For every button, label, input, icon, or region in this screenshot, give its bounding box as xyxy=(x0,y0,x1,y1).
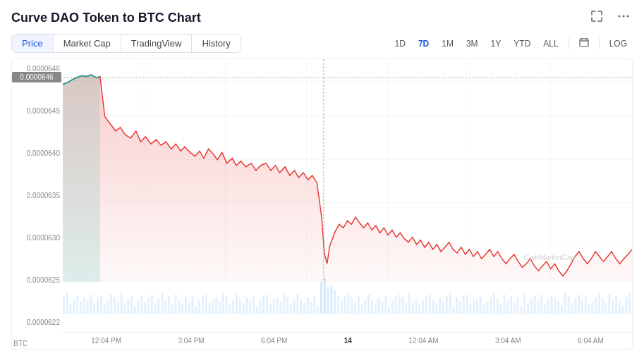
svg-rect-101 xyxy=(351,297,353,314)
svg-rect-55 xyxy=(195,306,197,314)
svg-rect-76 xyxy=(266,295,268,314)
time-1d[interactable]: 1D xyxy=(389,36,411,51)
tab-history[interactable]: History xyxy=(192,35,240,52)
svg-rect-135 xyxy=(466,295,468,314)
svg-rect-120 xyxy=(415,299,418,314)
svg-rect-23 xyxy=(87,300,89,314)
time-all[interactable]: ALL xyxy=(537,36,564,51)
svg-rect-160 xyxy=(551,296,553,314)
svg-rect-165 xyxy=(568,296,570,314)
svg-rect-181 xyxy=(622,306,624,314)
time-controls: 1D 7D 1M 3M 1Y YTD ALL LOG xyxy=(389,35,633,52)
svg-rect-86 xyxy=(300,300,302,314)
svg-rect-64 xyxy=(226,296,228,314)
svg-rect-113 xyxy=(391,300,394,314)
svg-rect-145 xyxy=(500,303,502,314)
time-3m[interactable]: 3M xyxy=(461,36,484,51)
svg-rect-150 xyxy=(517,297,519,314)
svg-rect-40 xyxy=(144,302,146,314)
x-label-4: 14 xyxy=(344,337,352,345)
svg-rect-123 xyxy=(425,296,427,314)
svg-rect-84 xyxy=(293,300,296,314)
svg-rect-39 xyxy=(140,296,142,314)
y-label-5: 0.0000630 xyxy=(13,234,60,242)
tab-tradingview[interactable]: TradingView xyxy=(121,35,193,52)
calendar-button[interactable] xyxy=(573,35,595,52)
svg-rect-88 xyxy=(307,297,309,314)
svg-rect-119 xyxy=(412,303,414,314)
svg-rect-27 xyxy=(100,296,102,314)
svg-rect-155 xyxy=(534,296,536,314)
svg-rect-132 xyxy=(456,297,458,314)
x-axis: 12:04 PM 3:04 PM 6:04 PM 14 12:04 AM 3:0… xyxy=(63,332,632,349)
svg-rect-182 xyxy=(625,297,627,314)
svg-rect-175 xyxy=(602,299,604,314)
svg-rect-122 xyxy=(422,300,424,314)
svg-rect-73 xyxy=(256,306,258,314)
svg-rect-66 xyxy=(232,300,234,314)
svg-rect-58 xyxy=(205,295,207,314)
y-label-6: 0.0000625 xyxy=(13,276,60,284)
svg-rect-99 xyxy=(344,296,346,314)
svg-rect-30 xyxy=(110,295,112,314)
more-options-icon[interactable] xyxy=(614,8,633,27)
tab-price[interactable]: Price xyxy=(12,35,54,52)
svg-rect-126 xyxy=(435,303,437,314)
time-7d[interactable]: 7D xyxy=(413,36,435,51)
svg-rect-138 xyxy=(476,300,478,314)
svg-rect-32 xyxy=(117,302,119,314)
svg-rect-75 xyxy=(262,296,265,314)
svg-rect-3 xyxy=(580,39,588,47)
svg-rect-144 xyxy=(497,299,499,314)
svg-text:CoinMarketCap: CoinMarketCap xyxy=(523,253,575,261)
svg-rect-49 xyxy=(175,295,177,314)
y-label-4: 0.0000635 xyxy=(13,192,60,199)
svg-rect-25 xyxy=(93,303,95,314)
svg-rect-158 xyxy=(544,304,546,314)
svg-rect-104 xyxy=(361,304,363,314)
svg-rect-109 xyxy=(378,297,380,314)
svg-rect-74 xyxy=(260,300,262,314)
svg-rect-177 xyxy=(608,295,610,314)
y-label-3: 0.0000640 xyxy=(13,149,60,157)
log-button[interactable]: LOG xyxy=(604,36,633,51)
svg-rect-20 xyxy=(76,296,78,314)
svg-rect-45 xyxy=(161,293,163,314)
svg-rect-94 xyxy=(327,288,329,314)
svg-rect-42 xyxy=(151,295,153,314)
svg-rect-163 xyxy=(561,306,563,314)
tab-market-cap[interactable]: Market Cap xyxy=(54,35,121,52)
x-label-7: 6:04 AM xyxy=(578,337,604,345)
svg-rect-151 xyxy=(520,306,522,314)
x-label-3: 6:04 PM xyxy=(261,337,287,345)
svg-rect-38 xyxy=(138,300,140,314)
svg-rect-171 xyxy=(588,304,590,314)
svg-rect-136 xyxy=(469,303,471,314)
svg-rect-26 xyxy=(97,299,99,314)
svg-rect-52 xyxy=(185,297,187,314)
svg-rect-35 xyxy=(127,299,129,314)
svg-rect-180 xyxy=(619,302,621,314)
svg-rect-71 xyxy=(249,302,251,314)
svg-rect-48 xyxy=(171,304,174,314)
svg-rect-62 xyxy=(219,302,221,314)
tab-group: Price Market Cap TradingView History xyxy=(11,34,241,53)
chart-area: 0.0000646 0.0000646 0.0000645 0.0000640 … xyxy=(11,58,633,350)
svg-rect-79 xyxy=(277,297,279,314)
svg-rect-116 xyxy=(401,297,403,314)
svg-rect-46 xyxy=(164,300,166,314)
svg-rect-60 xyxy=(212,299,214,314)
svg-rect-54 xyxy=(192,296,194,314)
time-ytd[interactable]: YTD xyxy=(508,36,536,51)
svg-rect-91 xyxy=(317,306,319,314)
svg-point-0 xyxy=(619,16,621,18)
expand-icon[interactable] xyxy=(588,8,606,27)
svg-rect-93 xyxy=(324,278,326,314)
time-1y[interactable]: 1Y xyxy=(485,36,507,51)
svg-rect-159 xyxy=(547,300,549,314)
svg-rect-117 xyxy=(405,302,407,314)
time-1m[interactable]: 1M xyxy=(436,36,459,51)
svg-rect-85 xyxy=(296,295,298,314)
svg-rect-149 xyxy=(514,302,516,314)
svg-rect-17 xyxy=(66,292,68,314)
